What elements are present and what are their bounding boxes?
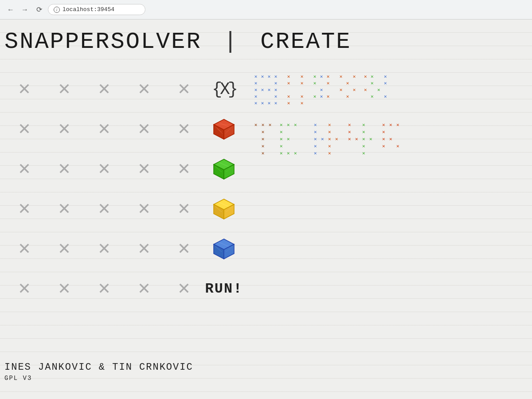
pixel-row-2: ✕ ✕ ✕ ✕ ✕ ✕ ✕ ✕ ✕ ✕ ✕ ✕ ✕ ✕ ✕ bbox=[253, 122, 403, 156]
grid-cell: ✕ bbox=[124, 269, 164, 309]
x-mark: ✕ bbox=[98, 239, 110, 258]
grid-cell: ✕ bbox=[84, 229, 124, 269]
pixel-char-2: ✕ ✕ ✕ ✕ ✕ ✕ ✕ ✕ ✕ ✕ ✕ ✕ ✕ ✕ ✕ bbox=[286, 74, 305, 106]
reload-button[interactable]: ⟳ bbox=[34, 4, 44, 15]
run-button[interactable]: RUN! bbox=[205, 281, 243, 297]
grid-cell: ✕ bbox=[44, 189, 84, 229]
grid-cell: ✕ bbox=[4, 109, 44, 149]
x-mark: ✕ bbox=[98, 119, 110, 139]
curly-braces[interactable]: {X} bbox=[212, 80, 235, 99]
grid-cell: ✕ bbox=[84, 109, 124, 149]
grid-cell: ✕ bbox=[4, 229, 44, 269]
curly-cell[interactable]: {X} bbox=[204, 69, 244, 109]
run-cell[interactable]: RUN! bbox=[204, 269, 244, 309]
grid-cell: ✕ bbox=[124, 69, 164, 109]
x-mark: ✕ bbox=[98, 279, 110, 298]
grid-cell: ✕ bbox=[84, 269, 124, 309]
x-mark: ✕ bbox=[138, 159, 150, 179]
grid-cell: ✕ bbox=[84, 189, 124, 229]
grid-cell: ✕ bbox=[164, 109, 204, 149]
pixel-char-3: ✕ ✕ ✕ ✕ ✕ ✕ ✕ ✕ ✕ ✕ ✕ ✕ bbox=[312, 74, 331, 106]
x-mark: ✕ bbox=[19, 239, 31, 258]
x-mark: ✕ bbox=[138, 79, 150, 99]
grid-cell: ✕ bbox=[4, 149, 44, 189]
pixel-char-b4: ✕ ✕ ✕ ✕ ✕ ✕ ✕ ✕ ✕ ✕ ✕ ✕ ✕ ✕ ✕ ✕ ✕ bbox=[348, 122, 376, 156]
url-text: localhost:39454 bbox=[63, 6, 114, 13]
license-text: GPL V3 bbox=[4, 375, 528, 382]
green-cube[interactable] bbox=[212, 157, 236, 181]
yellow-cube-cell[interactable] bbox=[204, 189, 244, 229]
red-cube[interactable] bbox=[212, 117, 236, 141]
x-mark: ✕ bbox=[178, 79, 190, 99]
pixel-char-1: ✕ ✕ ✕ ✕ ✕ ✕ ✕ ✕ ✕ ✕ ✕ ✕ ✕ ✕ ✕ ✕ ✕ bbox=[253, 74, 279, 106]
x-mark: ✕ bbox=[138, 119, 150, 139]
security-icon: i bbox=[54, 7, 60, 13]
x-mark: ✕ bbox=[19, 279, 31, 298]
pixel-char-4: ✕ ✕ ✕ ✕ ✕ ✕ ✕ ✕ ✕ ✕ ✕ ✕ bbox=[338, 74, 357, 106]
green-cube-cell[interactable] bbox=[204, 149, 244, 189]
left-grid: ✕ ✕ ✕ ✕ ✕ {X} ✕ ✕ ✕ ✕ ✕ bbox=[4, 69, 244, 348]
red-cube-cell[interactable] bbox=[204, 109, 244, 149]
grid-cell: ✕ bbox=[44, 149, 84, 189]
title-left: SNAPPERSOLVER bbox=[4, 29, 202, 55]
pixel-row-1: ✕ ✕ ✕ ✕ ✕ ✕ ✕ ✕ ✕ ✕ ✕ ✕ ✕ ✕ ✕ ✕ ✕ bbox=[253, 74, 390, 106]
forward-button[interactable]: → bbox=[20, 4, 30, 15]
author-text: INES JANKOVIC & TIN CRNKOVIC bbox=[4, 362, 528, 373]
grid-container: ✕ ✕ ✕ ✕ ✕ {X} ✕ ✕ ✕ ✕ ✕ bbox=[4, 69, 528, 348]
pixel-char-5: ✕ ✕ ✕ ✕ ✕ ✕ ✕ ✕ ✕ ✕ ✕ ✕ ✕ ✕ ✕ ✕ bbox=[364, 74, 390, 106]
grid-cell: ✕ bbox=[4, 269, 44, 309]
x-mark: ✕ bbox=[59, 119, 70, 139]
x-mark: ✕ bbox=[98, 159, 110, 179]
pixel-art-area: ✕ ✕ ✕ ✕ ✕ ✕ ✕ ✕ ✕ ✕ ✕ ✕ ✕ ✕ ✕ ✕ ✕ bbox=[253, 69, 466, 348]
grid-cell: ✕ bbox=[164, 229, 204, 269]
blue-cube[interactable] bbox=[212, 237, 236, 261]
x-mark: ✕ bbox=[59, 239, 70, 258]
grid-cell: ✕ bbox=[44, 69, 84, 109]
x-mark: ✕ bbox=[59, 199, 70, 219]
x-mark: ✕ bbox=[178, 159, 190, 179]
back-button[interactable]: ← bbox=[5, 4, 16, 15]
grid-cell: ✕ bbox=[164, 269, 204, 309]
footer: INES JANKOVIC & TIN CRNKOVIC GPL V3 bbox=[4, 357, 528, 382]
pixel-char-b3: ✕ ✕ ✕ ✕ ✕ ✕ ✕ ✕ ✕ ✕ ✕ ✕ ✕ ✕ ✕ ✕ ✕ bbox=[314, 122, 341, 156]
x-mark: ✕ bbox=[138, 199, 150, 219]
grid-cell: ✕ bbox=[44, 229, 84, 269]
grid-cell: ✕ bbox=[84, 69, 124, 109]
grid-cell: ✕ bbox=[124, 189, 164, 229]
yellow-cube[interactable] bbox=[212, 197, 236, 221]
x-mark: ✕ bbox=[98, 79, 110, 99]
grid-cell: ✕ bbox=[124, 229, 164, 269]
grid-cell: ✕ bbox=[4, 189, 44, 229]
grid-cell: ✕ bbox=[164, 189, 204, 229]
grid-cell: ✕ bbox=[124, 109, 164, 149]
pixel-char-b1: ✕ ✕ ✕ ✕ ✕ ✕ ✕ ✕ ✕ ✕ ✕ ✕ ✕ ✕ ✕ bbox=[253, 122, 273, 156]
grid-cell: ✕ bbox=[164, 149, 204, 189]
x-mark: ✕ bbox=[59, 279, 70, 298]
x-mark: ✕ bbox=[178, 199, 190, 219]
grid-cell: ✕ bbox=[164, 69, 204, 109]
main-content: SNAPPERSOLVER | CREATE ✕ ✕ ✕ ✕ ✕ {X} ✕ ✕… bbox=[0, 20, 532, 399]
x-mark: ✕ bbox=[19, 79, 31, 99]
title-right: CREATE bbox=[260, 29, 351, 55]
x-mark: ✕ bbox=[98, 199, 110, 219]
x-mark: ✕ bbox=[59, 79, 70, 99]
grid-cell: ✕ bbox=[4, 69, 44, 109]
title-separator: | bbox=[223, 29, 239, 55]
x-mark: ✕ bbox=[19, 119, 31, 139]
x-mark: ✕ bbox=[19, 199, 31, 219]
x-mark: ✕ bbox=[19, 159, 31, 179]
browser-chrome: ← → ⟳ i localhost:39454 bbox=[0, 0, 532, 20]
page-title: SNAPPERSOLVER | CREATE bbox=[4, 28, 528, 56]
x-mark: ✕ bbox=[178, 119, 190, 139]
x-mark: ✕ bbox=[138, 239, 150, 258]
x-mark: ✕ bbox=[178, 239, 190, 258]
grid-cell: ✕ bbox=[44, 269, 84, 309]
grid-cell: ✕ bbox=[124, 149, 164, 189]
x-mark: ✕ bbox=[59, 159, 70, 179]
x-mark: ✕ bbox=[138, 279, 150, 298]
blue-cube-cell[interactable] bbox=[204, 229, 244, 269]
pixel-char-b2: ✕ ✕ ✕ ✕ ✕ ✕ ✕ ✕ ✕ ✕ ✕ ✕ ✕ ✕ ✕ ✕ ✕ bbox=[280, 122, 307, 156]
grid-cell: ✕ bbox=[84, 149, 124, 189]
address-bar: i localhost:39454 bbox=[48, 4, 145, 15]
x-mark: ✕ bbox=[178, 279, 190, 298]
